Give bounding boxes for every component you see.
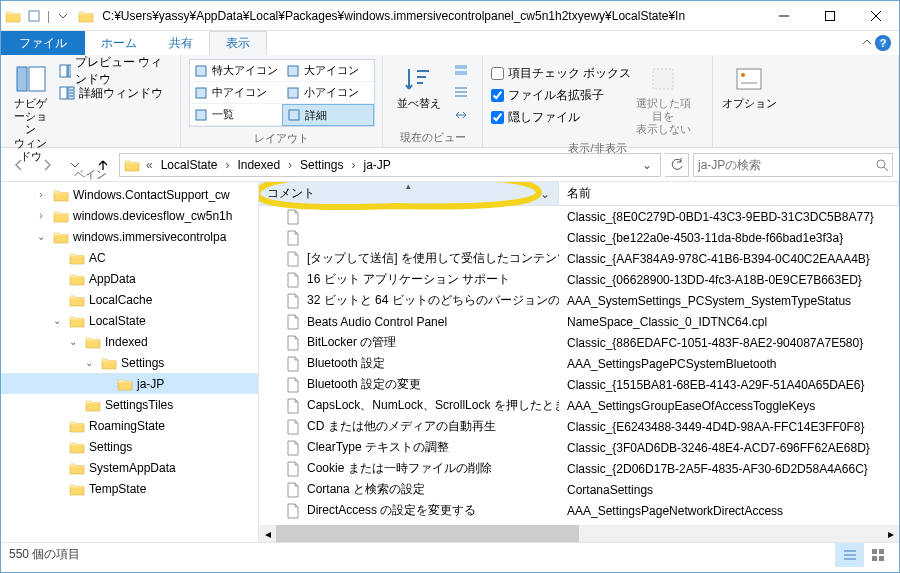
qat-dropdown[interactable] — [52, 5, 74, 27]
tab-file[interactable]: ファイル — [1, 31, 85, 55]
options-button[interactable]: オプション — [721, 59, 777, 110]
list-row[interactable]: Cortana と検索の設定CortanaSettings — [259, 479, 899, 500]
tree-label: TempState — [89, 482, 146, 496]
tree-twisty[interactable]: ⌄ — [49, 315, 65, 326]
layout-option[interactable]: 特大アイコン — [190, 60, 282, 82]
sort-button[interactable]: 並べ替え — [391, 59, 447, 110]
preview-pane-button[interactable]: プレビュー ウィンドウ — [57, 61, 172, 81]
ribbon-collapse[interactable] — [861, 36, 873, 51]
layout-option[interactable]: 小アイコン — [282, 82, 374, 104]
crumb[interactable]: ja-JP — [357, 154, 396, 176]
file-icon — [285, 335, 301, 351]
list-row[interactable]: 16 ビット アプリケーション サポートClassic_{06628900-13… — [259, 269, 899, 290]
svg-rect-15 — [455, 71, 467, 75]
svg-rect-12 — [196, 110, 206, 120]
tree-item[interactable]: ⌄windows.immersivecontrolpa — [1, 226, 258, 247]
address-dropdown[interactable]: ⌄ — [636, 158, 658, 172]
qat-properties[interactable] — [23, 5, 45, 27]
list-row[interactable]: Classic_{be122a0e-4503-11da-8bde-f66bad1… — [259, 227, 899, 248]
refresh-button[interactable] — [665, 153, 689, 177]
cell-name: Classic_{E6243488-3449-4D4D-98AA-FFC14E3… — [559, 420, 899, 434]
up-button[interactable] — [91, 153, 115, 177]
tree-twisty[interactable]: ⌄ — [33, 231, 49, 242]
item-checkboxes-toggle[interactable]: 項目チェック ボックス — [491, 63, 631, 83]
search-box[interactable] — [693, 153, 893, 177]
folder-tree[interactable]: ›Windows.ContactSupport_cw›windows.devic… — [1, 182, 259, 542]
crumb[interactable]: LocalState — [155, 154, 224, 176]
list-row[interactable]: Bluetooth 設定の変更Classic_{1515BA81-68EB-41… — [259, 374, 899, 395]
cell-comment: CapsLock、NumLock、ScrollLock を押したときに音を... — [307, 397, 559, 414]
recent-dropdown[interactable] — [63, 153, 87, 177]
folder-icon — [85, 398, 101, 412]
details-pane-button[interactable]: 詳細ウィンドウ — [57, 83, 172, 103]
icons-view-button[interactable] — [863, 543, 891, 567]
tree-item[interactable]: SettingsTiles — [1, 394, 258, 415]
file-extensions-toggle[interactable]: ファイル名拡張子 — [491, 85, 631, 105]
tree-item[interactable]: ›windows.devicesflow_cw5n1h — [1, 205, 258, 226]
hidden-files-toggle[interactable]: 隠しファイル — [491, 107, 631, 127]
tree-twisty[interactable]: ⌄ — [81, 357, 97, 368]
cell-name: Classic_{be122a0e-4503-11da-8bde-f66bad1… — [559, 231, 899, 245]
tree-twisty[interactable]: ⌄ — [65, 336, 81, 347]
details-view-button[interactable] — [835, 543, 863, 567]
layout-option[interactable]: 一覧 — [190, 104, 282, 126]
list-row[interactable]: CapsLock、NumLock、ScrollLock を押したときに音を...… — [259, 395, 899, 416]
list-row[interactable]: 32 ビットと 64 ビットのどちらのバージョンの Windows かを...A… — [259, 290, 899, 311]
tree-label: AppData — [89, 272, 136, 286]
back-button[interactable] — [7, 153, 31, 177]
folder-icon — [124, 158, 140, 172]
breadcrumb[interactable]: « LocalState› Indexed› Settings› ja-JP ⌄ — [119, 153, 661, 177]
tree-item[interactable]: AppData — [1, 268, 258, 289]
list-row[interactable]: Beats Audio Control PanelNameSpace_Class… — [259, 311, 899, 332]
column-filter-dropdown[interactable]: ⌄ — [540, 187, 550, 201]
svg-point-18 — [741, 73, 745, 77]
list-row[interactable]: [タップして送信] を使用して受信したコンテンツの設定の変...Classic_… — [259, 248, 899, 269]
svg-rect-9 — [288, 66, 298, 76]
tree-item[interactable]: TempState — [1, 478, 258, 499]
layout-option[interactable]: 中アイコン — [190, 82, 282, 104]
hide-selected-button[interactable]: 選択した項目を 表示しない — [635, 59, 691, 137]
svg-rect-11 — [288, 88, 298, 98]
tree-item[interactable]: ⌄Indexed — [1, 331, 258, 352]
tree-twisty[interactable]: › — [33, 189, 49, 200]
file-icon — [285, 230, 301, 246]
list-row[interactable]: Bluetooth 設定AAA_SettingsPagePCSystemBlue… — [259, 353, 899, 374]
tree-item[interactable]: LocalCache — [1, 289, 258, 310]
horizontal-scrollbar[interactable]: ◂▸ — [259, 525, 899, 542]
crumb[interactable]: Settings — [294, 154, 349, 176]
column-header-comment[interactable]: ▴ コメント ⌄ — [259, 182, 559, 205]
tree-item[interactable]: RoamingState — [1, 415, 258, 436]
size-columns-button[interactable] — [451, 105, 471, 125]
help-button[interactable]: ? — [875, 35, 891, 51]
close-button[interactable] — [853, 1, 899, 31]
crumb[interactable]: Indexed — [231, 154, 286, 176]
tab-home[interactable]: ホーム — [85, 31, 153, 55]
search-input[interactable] — [698, 158, 875, 172]
layout-option[interactable]: 大アイコン — [282, 60, 374, 82]
group-by-button[interactable] — [451, 61, 471, 81]
column-header-name[interactable]: 名前 — [559, 182, 899, 205]
tree-item[interactable]: ⌄LocalState — [1, 310, 258, 331]
file-icon — [285, 482, 301, 498]
minimize-button[interactable] — [761, 1, 807, 31]
list-row[interactable]: Classic_{8E0C279D-0BD1-43C3-9EBD-31C3DC5… — [259, 206, 899, 227]
navigation-pane-button[interactable]: ナビゲーション ウィンドウ — [9, 59, 53, 163]
tree-item[interactable]: ⌄Settings — [1, 352, 258, 373]
tree-item[interactable]: SystemAppData — [1, 457, 258, 478]
tree-item[interactable]: ja-JP — [1, 373, 258, 394]
tree-item[interactable]: Settings — [1, 436, 258, 457]
layout-gallery[interactable]: 特大アイコン大アイコン中アイコン小アイコン一覧詳細 — [189, 59, 375, 127]
list-row[interactable]: DirectAccess の設定を変更するAAA_SettingsPageNet… — [259, 500, 899, 521]
list-row[interactable]: CD または他のメディアの自動再生Classic_{E6243488-3449-… — [259, 416, 899, 437]
list-row[interactable]: Cookie または一時ファイルの削除Classic_{2D06D17B-2A5… — [259, 458, 899, 479]
tree-item[interactable]: AC — [1, 247, 258, 268]
tab-view[interactable]: 表示 — [209, 31, 267, 55]
tab-share[interactable]: 共有 — [153, 31, 209, 55]
layout-option[interactable]: 詳細 — [282, 104, 374, 126]
list-row[interactable]: ClearType テキストの調整Classic_{3F0AD6DB-3246-… — [259, 437, 899, 458]
tree-twisty[interactable]: › — [33, 210, 49, 221]
tree-item[interactable]: ›Windows.ContactSupport_cw — [1, 184, 258, 205]
maximize-button[interactable] — [807, 1, 853, 31]
add-columns-button[interactable] — [451, 83, 471, 103]
list-row[interactable]: BitLocker の管理Classic_{886EDAFC-1051-483F… — [259, 332, 899, 353]
